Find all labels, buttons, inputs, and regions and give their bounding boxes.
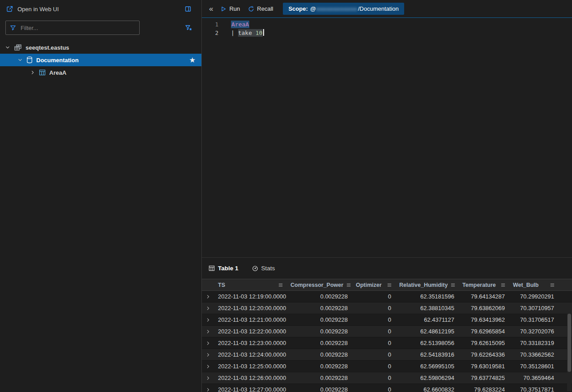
row-expand-cell[interactable] [202,314,214,325]
row-expand-cell[interactable] [202,303,214,314]
row-expand-cell[interactable] [202,349,214,360]
chevron-down-icon[interactable] [4,45,12,50]
open-in-web-ui-label: Open in Web UI [17,6,59,13]
cell-relative-humidity: 62.59806294 [396,372,459,383]
chevron-down-icon[interactable] [16,58,24,62]
run-button[interactable]: Run [220,5,240,12]
column-header-temperature[interactable]: Temperature [459,279,509,290]
chevron-right-icon[interactable] [29,70,37,75]
cell-ts: 2022-11-03 12:22:00.0000 [214,326,287,337]
row-expand-cell[interactable] [202,361,214,372]
cell-wet-bulb: 70.37517871 [509,384,559,392]
cell-compressor-power: 0.0029228 [287,291,352,302]
cell-relative-humidity: 62.4371127 [396,314,459,325]
table-row[interactable]: 2022-11-03 12:19:00.00000.0029228062.351… [202,291,572,303]
column-menu-icon[interactable] [387,282,392,288]
tree-item-documentation[interactable]: Documentation★ [0,54,201,66]
editor-line-1[interactable]: 1AreaA [202,20,572,29]
row-expand-chevron-icon[interactable] [206,329,210,334]
column-menu-icon[interactable] [550,282,555,288]
column-menu-icon[interactable] [450,282,456,288]
table-row[interactable]: 2022-11-03 12:27:00.00000.0029228062.660… [202,384,572,392]
cell-optimizer: 0 [352,361,396,372]
collapse-editor-icon[interactable]: « [209,5,213,13]
table-row[interactable]: 2022-11-03 12:23:00.00000.0029228062.513… [202,337,572,349]
scrollbar-thumb[interactable] [568,314,571,372]
query-area: « Run Recall Scope: @ ●●●●●●●●●●●● /Docu… [202,0,572,392]
row-expand-chevron-icon[interactable] [206,376,210,380]
cell-compressor-power: 0.0029228 [287,314,352,325]
row-expand-chevron-icon[interactable] [206,341,210,345]
cell-relative-humidity: 62.56995105 [396,361,459,372]
editor-line-2[interactable]: 2| take 10 [202,29,572,37]
row-expand-chevron-icon[interactable] [206,364,210,369]
cell-wet-bulb: 70.33182319 [509,337,559,349]
recall-button[interactable]: Recall [248,5,273,12]
tree-item-label: Documentation [36,57,79,64]
table-row[interactable]: 2022-11-03 12:24:00.00000.0029228062.541… [202,349,572,361]
scope-badge[interactable]: Scope: @ ●●●●●●●●●●●● /Documentation [283,3,404,15]
cell-ts: 2022-11-03 12:21:00.0000 [214,314,287,325]
column-menu-icon[interactable] [346,282,351,288]
row-expand-cell[interactable] [202,372,214,383]
filter-input[interactable] [20,24,135,32]
cell-ts: 2022-11-03 12:24:00.0000 [214,349,287,360]
split-panel-icon[interactable] [184,5,192,13]
cell-temperature: 79.6283224 [459,384,509,392]
query-editor[interactable]: 1AreaA2| take 10 [202,18,572,257]
column-header-compressor-power[interactable]: Compressor_Power [287,279,352,290]
filter-row [0,18,201,38]
row-expand-chevron-icon[interactable] [206,294,210,299]
row-expand-cell[interactable] [202,291,214,302]
filter-funnel-icon [10,25,16,31]
header-filler [559,279,572,290]
cell-relative-humidity: 62.54183916 [396,349,459,360]
cell-relative-humidity: 62.48612195 [396,326,459,337]
column-header-relative-humidity[interactable]: Relative_Humidity [396,279,459,290]
column-header-wet-bulb[interactable]: Wet_Bulb [509,279,559,290]
cell-optimizer: 0 [352,291,396,302]
tab-label: Table 1 [218,265,239,272]
grid-header-row: TSCompressor_PowerOptimizerRelative_Humi… [202,279,572,291]
tree-item-areaa[interactable]: AreaA [0,66,201,79]
row-expand-cell[interactable] [202,326,214,337]
column-header-ts[interactable]: TS [214,279,287,290]
table-row[interactable]: 2022-11-03 12:20:00.00000.0029228062.388… [202,303,572,314]
vertical-scrollbar[interactable] [567,312,572,391]
table-row[interactable]: 2022-11-03 12:25:00.00000.0029228062.569… [202,361,572,372]
cell-optimizer: 0 [352,349,396,360]
row-expand-chevron-icon[interactable] [206,306,210,311]
tab-table-1[interactable]: Table 1 [209,265,239,272]
column-menu-icon[interactable] [500,282,506,288]
row-expand-chevron-icon[interactable] [206,388,210,392]
cell-optimizer: 0 [352,314,396,325]
column-menu-icon[interactable] [278,282,283,288]
row-expand-cell[interactable] [202,384,214,392]
recall-label: Recall [257,5,273,12]
open-in-web-ui-button[interactable]: Open in Web UI [6,5,59,13]
table-row[interactable]: 2022-11-03 12:26:00.00000.0029228062.598… [202,372,572,384]
tree-item-seeqtest-eastus[interactable]: seeqtest.eastus [0,41,201,54]
tab-stats[interactable]: Stats [252,265,275,272]
row-filler [559,291,572,302]
filter-favorites-icon[interactable] [185,24,192,31]
table-grid-icon [209,265,215,271]
favorite-star-icon[interactable]: ★ [189,57,195,63]
external-link-icon [6,5,13,13]
column-header-optimizer[interactable]: Optimizer [352,279,396,290]
query-toolbar: « Run Recall Scope: @ ●●●●●●●●●●●● /Docu… [202,0,572,18]
table-row[interactable]: 2022-11-03 12:22:00.00000.0029228062.486… [202,326,572,337]
text-cursor [263,29,264,36]
cell-wet-bulb: 70.31706517 [509,314,559,325]
cell-compressor-power: 0.0029228 [287,372,352,383]
filter-box[interactable] [5,21,140,35]
row-expand-cell[interactable] [202,337,214,349]
scope-redacted-text: ●●●●●●●●●●●● [316,6,358,12]
table-row[interactable]: 2022-11-03 12:21:00.00000.0029228062.437… [202,314,572,326]
row-expand-chevron-icon[interactable] [206,353,210,357]
cell-relative-humidity: 62.38810345 [396,303,459,314]
row-expand-chevron-icon[interactable] [206,318,210,322]
code-text: AreaA [231,20,249,29]
sidebar-topbar: Open in Web UI [0,0,201,18]
tree-item-label: AreaA [49,69,66,76]
